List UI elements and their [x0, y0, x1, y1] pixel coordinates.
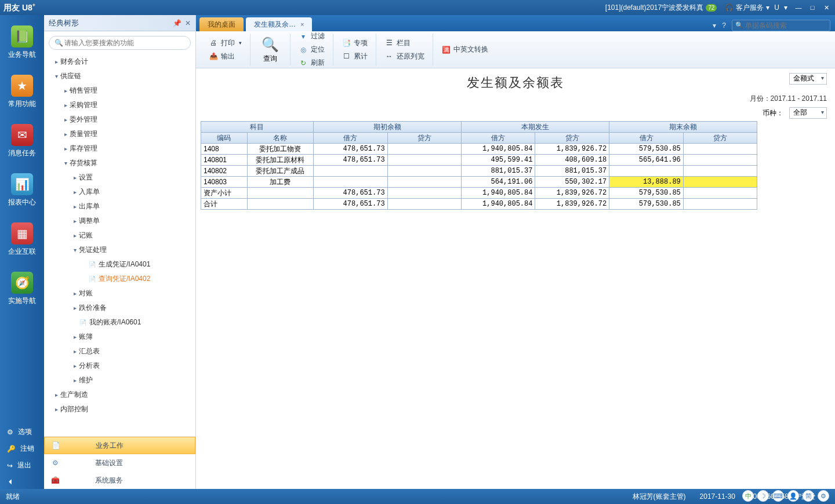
help-icon[interactable]: ? — [722, 21, 726, 30]
maximize-button[interactable]: □ — [807, 3, 818, 12]
total-checkbox[interactable]: ☐累计 — [339, 50, 370, 63]
tree-item[interactable]: ▸调整单 — [48, 214, 192, 228]
tree-item[interactable]: ▸财务会计 — [48, 54, 192, 69]
pin-icon[interactable]: 📌 — [173, 19, 181, 27]
nav-reports[interactable]: 📊报表中心 — [8, 173, 36, 207]
person-icon[interactable]: 👤 — [787, 490, 799, 502]
col-current[interactable]: 本期发生 — [461, 122, 609, 133]
nav-implement[interactable]: 🧭实施导航 — [8, 272, 36, 306]
table-row[interactable]: 140801委托加工原材料478,651.73495,599.41408,609… — [201, 155, 757, 166]
col-code[interactable]: 编码 — [201, 133, 248, 144]
filter-button[interactable]: ▾过滤 — [296, 30, 327, 43]
close-button[interactable]: ✕ — [821, 3, 832, 12]
refresh-button[interactable]: ↻刷新 — [296, 56, 327, 70]
col-cur-dr[interactable]: 借方 — [461, 133, 535, 144]
table-row[interactable]: 合计478,651.731,940,805.841,839,926.72579,… — [201, 199, 757, 210]
document-tabs: 我的桌面 发生额及余…× ▾ ? 🔍 — [196, 15, 835, 31]
caret-down-icon[interactable]: ▾ — [713, 21, 716, 30]
keyboard-icon[interactable]: ⌨ — [772, 490, 784, 502]
close-icon[interactable]: × — [300, 21, 304, 28]
tab-basic-settings[interactable]: ⚙基础设置 — [44, 454, 195, 472]
lang-cn-badge[interactable]: 中 — [742, 490, 754, 502]
table-row[interactable]: 资产小计478,651.731,940,805.841,839,926.7257… — [201, 188, 757, 199]
tree-item[interactable]: ▸入库单 — [48, 185, 192, 199]
columns-button[interactable]: ☰栏目 — [382, 36, 427, 50]
output-button[interactable]: 📤输出 — [206, 50, 244, 63]
currency-label: 币种： — [763, 108, 783, 118]
tab-business-work[interactable]: 📄业务工作 — [44, 437, 195, 454]
nav-collapse[interactable]: ⏴ — [0, 474, 44, 489]
caret-down-icon[interactable]: ▾ — [239, 40, 242, 46]
tree-item[interactable]: ▸库存管理 — [48, 141, 192, 156]
nav-messages[interactable]: ✉消息任务 — [8, 124, 36, 158]
table-row[interactable]: 140803加工费564,191.06550,302.1713,888.89 — [201, 177, 757, 188]
tree-item[interactable]: ▸质量管理 — [48, 127, 192, 141]
chevron-icon: ▸ — [61, 116, 70, 123]
tree-item[interactable]: 📄生成凭证/IA0401 — [48, 257, 192, 272]
col-close-cr[interactable]: 贷方 — [683, 133, 757, 144]
restore-width-button[interactable]: ↔还原列宽 — [382, 50, 427, 63]
titlebar: 用友 U8+ [101](default)2017宁波爱发科真 72 🎧 客户服… — [0, 0, 835, 15]
locate-button[interactable]: ◎定位 — [296, 43, 327, 56]
notif-badge[interactable]: 72 — [706, 4, 717, 12]
tree-item[interactable]: ▸账簿 — [48, 330, 192, 344]
tree-item[interactable]: ▸记账 — [48, 228, 192, 243]
query-button[interactable]: 🔍查询 — [256, 34, 284, 65]
tree-item[interactable]: ▸维护 — [48, 373, 192, 388]
nav-options[interactable]: ⚙选项 — [0, 423, 44, 440]
tab-balance-report[interactable]: 发生额及余…× — [246, 17, 312, 31]
nav-exit[interactable]: ↪退出 — [0, 457, 44, 474]
table-row[interactable]: 140802委托加工产成品881,015.37881,015.37 — [201, 166, 757, 177]
customer-service-link[interactable]: 客户服务 — [736, 3, 764, 13]
col-subject[interactable]: 科目 — [201, 122, 314, 133]
tree-item[interactable]: 📄查询凭证/IA0402 — [48, 272, 192, 286]
tree-item[interactable]: ▸销售管理 — [48, 83, 192, 98]
nav-business[interactable]: 📗业务导航 — [8, 25, 36, 60]
tree-item[interactable]: ▾存货核算 — [48, 156, 192, 170]
moon-icon[interactable]: ☽ — [757, 490, 769, 502]
col-name[interactable]: 名称 — [247, 133, 313, 144]
lang-jian-badge[interactable]: 简 — [803, 490, 814, 502]
u-menu[interactable]: U — [774, 3, 779, 12]
tree-item[interactable]: ▸对账 — [48, 286, 192, 301]
tree-item[interactable]: ▸汇总表 — [48, 344, 192, 359]
tree-item[interactable]: ▸采购管理 — [48, 98, 192, 112]
translate-button[interactable]: 🈵中英文转换 — [439, 43, 491, 56]
caret-down-icon[interactable]: ▾ — [766, 3, 769, 12]
tree-item[interactable]: ▸分析表 — [48, 359, 192, 373]
tab-desktop[interactable]: 我的桌面 — [199, 17, 244, 31]
tree-search-input[interactable] — [49, 36, 191, 50]
tree-item[interactable]: ▸生产制造 — [48, 388, 192, 402]
nav-enterprise[interactable]: ▦企业互联 — [8, 222, 36, 257]
tree-item[interactable]: ▸跌价准备 — [48, 301, 192, 315]
app-logo: 用友 U8+ — [3, 2, 35, 13]
print-button[interactable]: 🖨打印▾ — [206, 36, 244, 50]
tree-item[interactable]: ▸出库单 — [48, 199, 192, 214]
barcode-search-input[interactable] — [732, 20, 830, 31]
col-open-cr[interactable]: 贷方 — [387, 133, 461, 144]
minimize-button[interactable]: — — [793, 3, 804, 12]
nav-favorites[interactable]: ★常用功能 — [8, 75, 36, 109]
col-close-dr[interactable]: 借方 — [609, 133, 684, 144]
col-closing[interactable]: 期末余额 — [609, 122, 757, 133]
col-opening[interactable]: 期初余额 — [313, 122, 461, 133]
col-cur-cr[interactable]: 贷方 — [535, 133, 609, 144]
gear-icon[interactable]: ⚙ — [818, 490, 829, 502]
tree-item[interactable]: ▾供应链 — [48, 69, 192, 83]
col-open-dr[interactable]: 借方 — [313, 133, 387, 144]
checkbox-icon: ☐ — [342, 52, 351, 61]
mode-select[interactable]: 金额式 — [789, 73, 827, 85]
currency-select[interactable]: 全部 — [789, 107, 827, 119]
close-icon[interactable]: ✕ — [185, 19, 191, 27]
tab-system-service[interactable]: 🧰系统服务 — [44, 472, 195, 489]
special-button[interactable]: 📑专项 — [339, 36, 370, 50]
caret-down-icon[interactable]: ▾ — [784, 3, 787, 12]
tree-item[interactable]: 📄我的账表/IA0601 — [48, 315, 192, 330]
tree-item[interactable]: ▸委外管理 — [48, 112, 192, 127]
table-row[interactable]: 1408委托加工物资478,651.731,940,805.841,839,92… — [201, 144, 757, 155]
table-cell: 881,015.37 — [461, 166, 535, 177]
tree-item[interactable]: ▾凭证处理 — [48, 243, 192, 257]
tree-item[interactable]: ▸内部控制 — [48, 402, 192, 417]
nav-logout[interactable]: 🔑注销 — [0, 440, 44, 457]
tree-item[interactable]: ▸设置 — [48, 170, 192, 185]
